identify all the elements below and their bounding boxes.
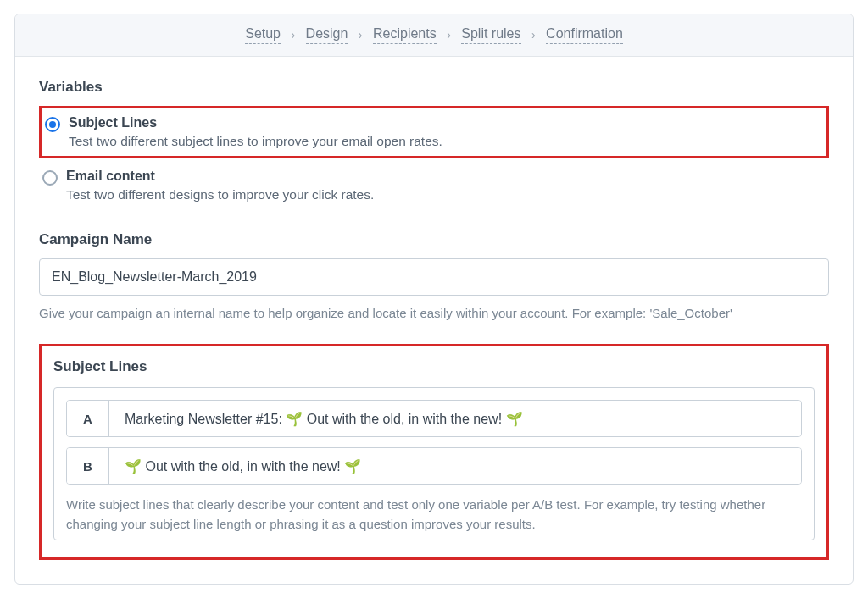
breadcrumb-step-split-rules[interactable]: Split rules — [461, 26, 520, 44]
chevron-right-icon: › — [531, 28, 536, 42]
variable-option-desc: Test two different designs to improve yo… — [66, 187, 374, 202]
variables-highlight: Subject Lines Test two different subject… — [39, 106, 829, 158]
variable-option-label: Subject Lines — [69, 115, 442, 130]
variable-option-label: Email content — [66, 169, 374, 184]
chevron-right-icon: › — [291, 28, 295, 42]
subject-lines-box: A B Write subject lines that clearly des… — [53, 387, 815, 540]
breadcrumb-step-setup[interactable]: Setup — [245, 26, 281, 44]
setup-panel: Setup › Design › Recipients › Split rule… — [14, 14, 854, 585]
chevron-right-icon: › — [359, 28, 363, 42]
radio-unselected-icon[interactable] — [42, 170, 58, 186]
breadcrumb-step-recipients[interactable]: Recipients — [373, 26, 437, 44]
subject-tag-a: A — [67, 401, 109, 436]
chevron-right-icon: › — [447, 28, 451, 42]
subject-lines-helper: Write subject lines that clearly describ… — [66, 495, 802, 535]
subject-lines-highlight: Subject Lines A B Write subject lines th… — [39, 344, 829, 560]
subject-input-a[interactable] — [109, 401, 801, 436]
campaign-name-label: Campaign Name — [39, 231, 829, 248]
variables-heading: Variables — [39, 79, 829, 96]
subject-tag-b: B — [67, 448, 109, 484]
breadcrumb-step-confirmation[interactable]: Confirmation — [546, 26, 623, 44]
breadcrumb: Setup › Design › Recipients › Split rule… — [15, 14, 853, 57]
campaign-name-input[interactable] — [39, 258, 829, 296]
campaign-name-helper: Give your campaign an internal name to h… — [39, 304, 829, 322]
breadcrumb-step-design[interactable]: Design — [306, 26, 348, 44]
content-area: Variables Subject Lines Test two differe… — [15, 57, 853, 584]
subject-row-b: B — [66, 447, 802, 485]
subject-lines-heading: Subject Lines — [53, 358, 815, 375]
variable-option-desc: Test two different subject lines to impr… — [69, 134, 442, 149]
variable-option-subject-lines[interactable]: Subject Lines Test two different subject… — [45, 112, 820, 152]
radio-selected-icon[interactable] — [45, 117, 60, 132]
variable-option-email-content[interactable]: Email content Test two different designs… — [39, 165, 829, 206]
subject-row-a: A — [66, 400, 802, 437]
subject-input-b[interactable] — [109, 448, 801, 484]
